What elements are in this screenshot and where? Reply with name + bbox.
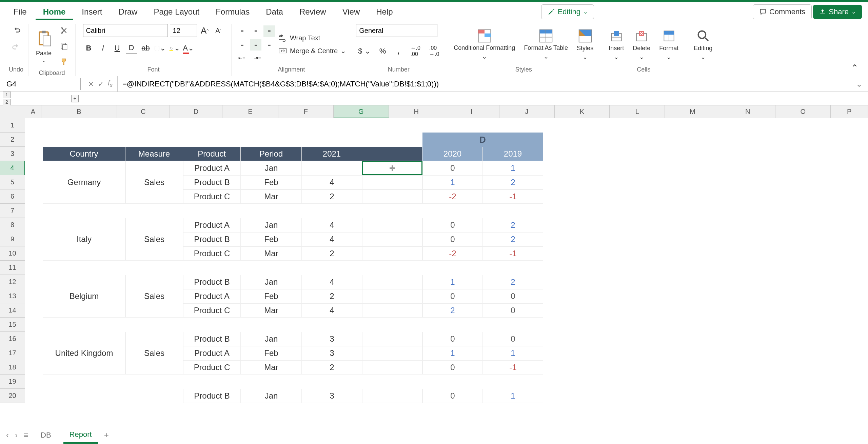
cell-I10[interactable]: -1 <box>483 246 543 261</box>
cell-D13[interactable]: Product A <box>183 289 241 303</box>
insert-function-button[interactable]: fx <box>108 79 113 89</box>
header-period[interactable]: Period <box>241 147 302 161</box>
col-header-J[interactable]: J <box>499 105 555 118</box>
wrap-text-button[interactable]: ab Wrap Text <box>278 34 346 42</box>
col-header-D[interactable]: D <box>170 105 223 118</box>
cell-C4[interactable]: Sales <box>125 161 183 204</box>
col-header-C[interactable]: C <box>117 105 170 118</box>
cell-H10[interactable]: -2 <box>422 246 483 261</box>
mode-editing-button[interactable]: Editing ⌄ <box>541 4 594 19</box>
col-header-I[interactable]: I <box>444 105 499 118</box>
editing-dropdown-button[interactable]: Editing ⌄ <box>691 27 715 62</box>
col-header-G[interactable]: G <box>334 105 389 118</box>
row-header-12[interactable]: 12 <box>0 275 25 289</box>
cell-D8[interactable]: Product A <box>183 218 241 232</box>
paste-button[interactable]: Paste ⌄ <box>33 28 54 64</box>
cell-D16[interactable]: Product B <box>183 332 241 346</box>
col-header-O[interactable]: O <box>775 105 831 118</box>
menu-data[interactable]: Data <box>258 4 291 20</box>
cell-H5[interactable]: 1 <box>422 175 483 189</box>
insert-cells-button[interactable]: Insert ⌄ <box>606 27 627 62</box>
conditional-formatting-button[interactable]: Conditional Formatting ⌄ <box>451 27 518 62</box>
outline-level-1[interactable]: 1 <box>3 92 11 98</box>
row-header-13[interactable]: 13 <box>0 289 25 303</box>
country-united-kingdom[interactable]: United Kingdom <box>43 332 125 375</box>
col-header-L[interactable]: L <box>610 105 665 118</box>
format-cells-button[interactable]: Format ⌄ <box>656 27 681 62</box>
header-measure[interactable]: Measure <box>125 147 183 161</box>
cell-F20[interactable]: 3 <box>302 389 362 403</box>
col-header-M[interactable]: M <box>665 105 720 118</box>
row-header-3[interactable]: 3 <box>0 147 25 161</box>
cell-F8[interactable]: 4 <box>302 218 362 232</box>
spreadsheet-grid[interactable]: 1234567891011121314151617181920 ABCDEFGH… <box>0 105 868 426</box>
decrease-indent-button[interactable]: ⇤≡ <box>236 53 247 63</box>
cell-E8[interactable]: Jan <box>241 218 302 232</box>
cell-E14[interactable]: Mar <box>241 303 302 318</box>
comma-button[interactable]: , <box>393 45 404 58</box>
cell-D4[interactable]: Product A <box>183 161 241 175</box>
enter-formula-button[interactable]: ✓ <box>98 80 104 88</box>
col-header-B[interactable]: B <box>41 105 117 118</box>
redo-button[interactable] <box>9 41 23 55</box>
cell-F5[interactable]: 4 <box>302 175 362 189</box>
comments-button[interactable]: Comments <box>753 4 812 19</box>
cell-D20[interactable]: Product B <box>183 389 241 403</box>
cell-E13[interactable]: Feb <box>241 289 302 303</box>
cell-D5[interactable]: Product B <box>183 175 241 189</box>
format-painter-button[interactable] <box>58 55 71 68</box>
header-country[interactable]: Country <box>43 147 125 161</box>
menu-file[interactable]: File <box>6 4 34 20</box>
cell-H20[interactable]: 0 <box>422 389 483 403</box>
cell-I20[interactable]: 1 <box>483 389 543 403</box>
expand-formula-bar-button[interactable]: ⌄ <box>850 79 868 89</box>
col-header-E[interactable]: E <box>222 105 278 118</box>
tab-prev-button[interactable]: ‹ <box>6 430 9 440</box>
cell-I5[interactable]: 2 <box>483 175 543 189</box>
currency-button[interactable]: $ ⌄ <box>356 45 372 58</box>
header-product[interactable]: Product <box>183 147 241 161</box>
undo-button[interactable] <box>9 24 23 38</box>
row-header-1[interactable]: 1 <box>0 118 25 133</box>
row-header-6[interactable]: 6 <box>0 189 25 204</box>
cell-F17[interactable]: 3 <box>302 346 362 360</box>
cell-H13[interactable]: 0 <box>422 289 483 303</box>
font-name-select[interactable] <box>83 24 168 37</box>
menu-insert[interactable]: Insert <box>74 4 110 20</box>
cell-E12[interactable]: Jan <box>241 275 302 289</box>
cell-C16[interactable]: Sales <box>125 332 183 375</box>
cell-D18[interactable]: Product C <box>183 360 241 375</box>
cell-I16[interactable]: 0 <box>483 332 543 346</box>
cell-G10[interactable] <box>362 246 422 261</box>
cell-F6[interactable]: 2 <box>302 189 362 204</box>
cell-F14[interactable]: 4 <box>302 303 362 318</box>
cell-I12[interactable]: 2 <box>483 275 543 289</box>
cell-E5[interactable]: Feb <box>241 175 302 189</box>
cell-I14[interactable]: 0 <box>483 303 543 318</box>
header-blank[interactable] <box>362 147 422 161</box>
row-header-9[interactable]: 9 <box>0 232 25 246</box>
header-2021[interactable]: 2021 <box>302 147 362 161</box>
outline-level-2[interactable]: 2 <box>3 99 11 106</box>
cell-I9[interactable]: 2 <box>483 232 543 246</box>
cell-G16[interactable] <box>362 332 422 346</box>
outline-expand-button[interactable]: + <box>71 95 79 102</box>
d-section-header[interactable]: D <box>422 133 543 147</box>
align-top-button[interactable]: ≡ <box>236 25 248 37</box>
cell-I6[interactable]: -1 <box>483 189 543 204</box>
bold-button[interactable]: B <box>83 42 95 54</box>
row-header-5[interactable]: 5 <box>0 175 25 189</box>
cell-H17[interactable]: 1 <box>422 346 483 360</box>
col-header-P[interactable]: P <box>831 105 868 118</box>
cell-D14[interactable]: Product C <box>183 303 241 318</box>
format-as-table-button[interactable]: Format As Table ⌄ <box>521 27 571 62</box>
cell-H9[interactable]: 0 <box>422 232 483 246</box>
font-color-button[interactable]: A ⌄ <box>183 42 194 54</box>
cell-H18[interactable]: 0 <box>422 360 483 375</box>
menu-formulas[interactable]: Formulas <box>208 4 257 20</box>
decrease-font-button[interactable]: Aˇ <box>213 25 224 36</box>
row-header-2[interactable]: 2 <box>0 133 25 147</box>
increase-indent-button[interactable]: ⇥≡ <box>252 53 263 63</box>
row-header-10[interactable]: 10 <box>0 246 25 261</box>
row-header-7[interactable]: 7 <box>0 204 25 218</box>
